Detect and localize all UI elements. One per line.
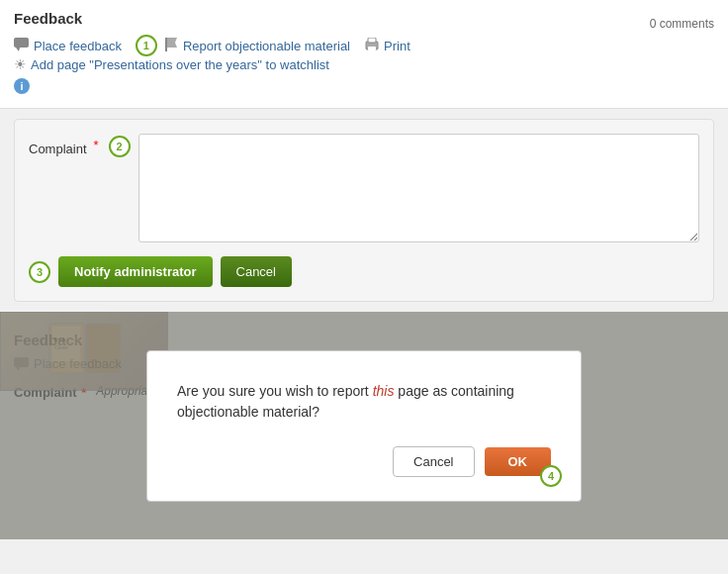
- watchlist-button[interactable]: ☀ Add page "Presentations over the years…: [14, 56, 329, 72]
- chat-icon: [14, 38, 30, 54]
- page-title: Feedback: [14, 10, 714, 27]
- modal-message: Are you sure you wish to report this pag…: [177, 381, 551, 423]
- notify-administrator-button[interactable]: Notify administrator: [58, 256, 213, 287]
- modal-overlay: Are you sure you wish to report this pag…: [0, 312, 728, 539]
- cancel-form-button[interactable]: Cancel: [221, 256, 292, 287]
- step-4-circle: 4: [540, 465, 562, 487]
- svg-marker-3: [167, 38, 177, 48]
- svg-rect-5: [368, 38, 376, 43]
- comments-count: 0 comments: [650, 17, 714, 31]
- svg-rect-0: [14, 38, 29, 48]
- modal-buttons: Cancel OK 4: [177, 446, 551, 477]
- report-label: Report objectionable material: [183, 39, 350, 53]
- svg-rect-2: [165, 38, 167, 51]
- top-panel: Feedback 0 comments Place feedback 1: [0, 0, 728, 109]
- report-objectionable-button[interactable]: Report objectionable material: [165, 38, 350, 54]
- svg-marker-1: [16, 48, 20, 51]
- required-indicator: *: [94, 138, 99, 152]
- complaint-label: Complaint: [29, 138, 87, 156]
- svg-rect-6: [368, 47, 376, 50]
- step-2-circle: 2: [109, 136, 131, 157]
- form-buttons: 3 Notify administrator Cancel: [29, 256, 699, 287]
- print-icon: [364, 38, 380, 54]
- watchlist-label: Add page "Presentations over the years" …: [31, 57, 329, 72]
- bottom-area: Book Cover Feedback Place feedback: [0, 312, 728, 539]
- complaint-row: Complaint * 2: [29, 134, 699, 242]
- step-1-circle: 1: [136, 35, 157, 56]
- star-icon: ☀: [14, 56, 27, 72]
- info-icon[interactable]: i: [14, 78, 30, 94]
- toolbar-row: Place feedback 1 Report objectionable ma…: [14, 35, 714, 72]
- print-button[interactable]: Print: [364, 38, 410, 54]
- second-toolbar-row: i: [14, 78, 714, 94]
- form-panel: Complaint * 2 3 Notify administrator Can…: [14, 119, 714, 302]
- place-feedback-button[interactable]: Place feedback: [14, 38, 122, 54]
- print-label: Print: [384, 39, 410, 53]
- complaint-textarea[interactable]: [138, 134, 699, 242]
- place-feedback-label: Place feedback: [34, 39, 122, 53]
- modal-highlight: this: [373, 383, 395, 399]
- flag-icon: [165, 38, 179, 54]
- modal-cancel-button[interactable]: Cancel: [393, 446, 474, 477]
- step-3-circle: 3: [29, 261, 50, 283]
- modal-dialog: Are you sure you wish to report this pag…: [146, 350, 582, 502]
